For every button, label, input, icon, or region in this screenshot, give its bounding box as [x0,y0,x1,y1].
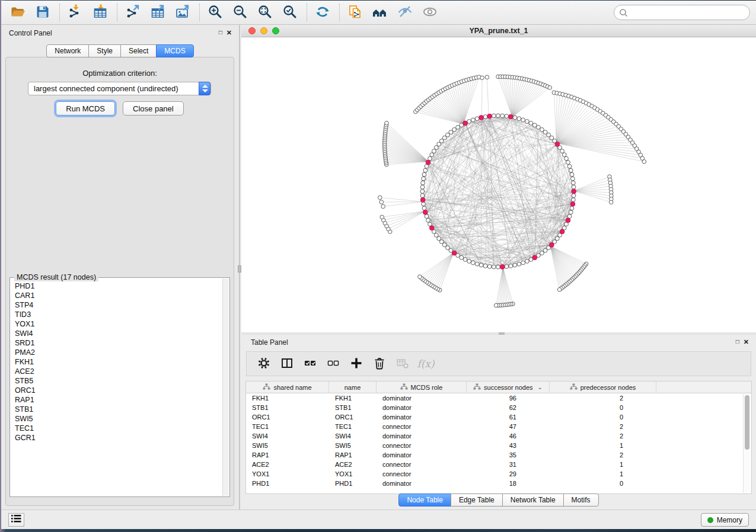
table-row[interactable]: YOX1YOX1connector291 [246,469,751,479]
delete-table-disabled-button[interactable] [394,355,412,373]
dominator-node[interactable] [452,251,457,255]
edge[interactable] [423,252,454,279]
show-all-button[interactable] [419,2,441,23]
dominator-node[interactable] [532,255,537,260]
network-node[interactable] [509,264,513,268]
mcds-result-item[interactable]: PHD1 [15,281,222,291]
table-cell[interactable]: SWI4 [329,431,377,441]
edge[interactable] [503,267,509,304]
table-cell[interactable]: STB1 [246,403,329,412]
close-table-panel-icon[interactable]: ✕ [744,338,749,346]
table-row[interactable]: ORC1ORC1dominator610 [246,412,751,422]
edge[interactable] [554,92,556,143]
edge[interactable] [487,77,489,116]
satellite-node[interactable] [381,204,385,209]
network-node[interactable] [463,258,467,262]
zoom-out-button[interactable] [229,2,251,23]
edge[interactable] [390,211,425,232]
network-node[interactable] [567,214,572,219]
network-node[interactable] [500,114,505,118]
close-panel-button[interactable]: Close panel [123,101,184,116]
network-node[interactable] [517,117,521,121]
dominator-node[interactable] [570,201,575,206]
dominator-node[interactable] [509,114,513,119]
network-node[interactable] [566,161,570,165]
edge[interactable] [481,78,482,117]
column-header-name[interactable]: name [329,382,377,393]
table-cell[interactable]: 46 [467,431,550,441]
network-node[interactable] [537,125,541,129]
network-node[interactable] [532,123,537,127]
table-cell[interactable]: dominator [377,450,467,460]
network-node[interactable] [560,149,564,153]
network-node[interactable] [456,125,460,129]
table-row[interactable]: TEC1TEC1connector472 [246,422,751,431]
satellite-node[interactable] [485,75,489,79]
table-row[interactable]: FKH1FKH1dominator962 [246,393,751,403]
network-node[interactable] [496,265,500,269]
network-node[interactable] [572,194,576,198]
edge[interactable] [427,252,454,282]
satellite-node[interactable] [418,275,422,279]
dominator-node[interactable] [423,210,428,214]
zoom-in-button[interactable] [205,2,226,23]
table-cell[interactable]: 61 [467,412,550,422]
edge[interactable] [386,125,428,162]
table-cell[interactable]: 31 [467,460,550,469]
table-cell[interactable]: FKH1 [329,393,377,403]
table-cell[interactable]: 29 [467,469,550,479]
edge[interactable] [387,211,425,226]
network-node[interactable] [460,255,464,259]
table-cell[interactable]: 62 [467,403,550,412]
mcds-result-item[interactable]: ACE2 [15,367,222,376]
network-node[interactable] [449,130,453,134]
table-cell[interactable]: ACE2 [246,460,329,469]
table-cell[interactable]: connector [377,469,467,479]
network-node[interactable] [569,210,573,214]
network-node[interactable] [572,198,576,202]
network-node[interactable] [543,248,547,252]
edge[interactable] [512,85,543,117]
tab-select[interactable]: Select [120,44,157,57]
zoom-fit-button[interactable] [254,2,276,23]
network-node[interactable] [487,264,492,268]
table-cell[interactable]: YOX1 [329,469,377,479]
table-cell[interactable]: connector [377,441,467,450]
satellite-node[interactable] [380,215,384,219]
import-network-button[interactable] [65,2,86,23]
table-cell[interactable]: TEC1 [246,422,329,431]
table-cell[interactable]: STB1 [329,403,377,412]
mcds-result-item[interactable]: STB5 [15,376,222,386]
network-node[interactable] [562,153,566,157]
tab-network[interactable]: Network [46,44,89,57]
table-cell[interactable]: 96 [467,393,550,403]
network-node[interactable] [572,185,576,189]
network-node[interactable] [475,117,479,121]
network-graph[interactable] [241,37,756,332]
mcds-result-item[interactable]: ORC1 [15,386,222,395]
edge[interactable] [381,202,423,203]
edge[interactable] [550,246,583,267]
dominator-node[interactable] [420,197,425,202]
edge[interactable] [384,211,425,220]
save-session-button[interactable] [32,2,53,23]
search-input[interactable] [614,5,750,20]
table-cell[interactable]: SWI4 [246,431,329,441]
table-cell[interactable]: 47 [467,422,550,431]
network-node[interactable] [513,263,517,267]
mcds-result-item[interactable]: GCR1 [15,433,222,443]
mcds-list-scrollbar[interactable] [222,278,229,496]
export-table-button[interactable] [147,2,168,23]
table-row[interactable]: STB1STB1dominator620 [246,403,751,412]
table-cell[interactable]: 0 [550,479,656,488]
satellite-node[interactable] [609,200,613,204]
network-node[interactable] [425,164,429,168]
dominator-node[interactable] [549,242,554,247]
network-node[interactable] [422,177,426,181]
network-node[interactable] [420,185,425,189]
edge[interactable] [432,252,454,286]
network-node[interactable] [467,259,471,264]
table-cell[interactable]: ORC1 [329,412,377,422]
tab-style[interactable]: Style [88,44,121,57]
columns-button[interactable] [278,355,296,373]
